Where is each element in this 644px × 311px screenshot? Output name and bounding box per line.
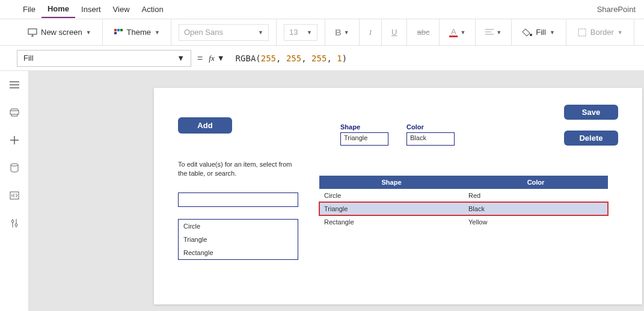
menu-home[interactable]: Home xyxy=(41,1,75,18)
svg-rect-6 xyxy=(114,32,117,34)
formula-arg: 1 xyxy=(337,54,342,63)
shape-listbox[interactable]: Circle Triangle Rectangle xyxy=(178,219,298,260)
insert-icon[interactable] xyxy=(9,135,20,146)
table-cell: Red xyxy=(464,189,608,202)
tree-view-icon[interactable] xyxy=(9,107,20,118)
svg-point-24 xyxy=(15,224,17,226)
app-canvas: Add Shape Triangle Color Black Save Dele… xyxy=(154,88,642,304)
color-field-label: Color xyxy=(406,123,455,131)
chevron-down-icon: ▼ xyxy=(155,29,160,35)
svg-rect-3 xyxy=(114,29,117,31)
font-size-select[interactable]: 13 ▼ xyxy=(284,24,317,41)
table-cell: Black xyxy=(464,202,608,215)
tools-icon[interactable] xyxy=(9,218,20,229)
new-screen-button[interactable]: New screen ▼ xyxy=(24,25,95,40)
fill-label: Fill xyxy=(536,28,546,37)
fx-button[interactable]: fx ▼ xyxy=(209,54,224,63)
table-header: Shape Color xyxy=(319,176,608,189)
color-field: Color Black xyxy=(406,123,455,146)
screen-icon xyxy=(28,28,37,37)
svg-point-19 xyxy=(11,164,18,166)
border-button[interactable]: Border ▼ xyxy=(574,25,627,40)
menu-action[interactable]: Action xyxy=(136,1,170,17)
svg-rect-4 xyxy=(117,29,120,31)
bucket-icon xyxy=(523,28,532,37)
font-size-value: 13 xyxy=(289,28,298,37)
svg-rect-5 xyxy=(120,29,123,31)
canvas-area[interactable]: Add Shape Triangle Color Black Save Dele… xyxy=(29,71,644,311)
strikethrough-button[interactable]: abc xyxy=(414,26,432,38)
table-cell: Circle xyxy=(319,189,464,202)
table-row[interactable]: Triangle Black xyxy=(319,202,608,215)
search-input[interactable] xyxy=(178,192,298,207)
font-family-select[interactable]: Open Sans ▼ xyxy=(179,24,269,41)
new-screen-label: New screen xyxy=(41,28,82,37)
ribbon: New screen ▼ Theme ▼ Open Sans ▼ 13 ▼ B▼… xyxy=(0,19,644,46)
svg-point-21 xyxy=(11,220,14,223)
list-item[interactable]: Circle xyxy=(179,220,298,233)
menu-insert[interactable]: Insert xyxy=(75,1,107,17)
formula-fn: RGBA xyxy=(236,54,256,63)
color-input[interactable]: Black xyxy=(406,132,455,146)
formula-bar: Fill ▼ = fx ▼ RGBA(255, 255, 255, 1) xyxy=(0,46,644,71)
delete-button[interactable]: Delete xyxy=(564,131,618,146)
list-item[interactable]: Rectangle xyxy=(179,246,298,259)
formula-input[interactable]: RGBA(255, 255, 255, 1) xyxy=(231,51,637,66)
align-button[interactable]: ▼ xyxy=(483,28,504,37)
formula-arg: 255 xyxy=(311,54,327,63)
table-row[interactable]: Circle Red xyxy=(319,189,608,202)
table-header-color: Color xyxy=(464,176,608,189)
data-icon[interactable] xyxy=(9,162,20,173)
list-item[interactable]: Triangle xyxy=(179,233,298,246)
theme-button[interactable]: Theme ▼ xyxy=(110,25,164,40)
chevron-down-icon: ▼ xyxy=(307,29,312,35)
border-icon xyxy=(577,28,587,37)
shape-input[interactable]: Triangle xyxy=(340,132,388,146)
property-select[interactable]: Fill ▼ xyxy=(17,50,191,67)
data-source-label: SharePoint xyxy=(597,5,638,14)
media-icon[interactable] xyxy=(9,190,20,201)
bold-button[interactable]: B▼ xyxy=(333,26,352,38)
equals-label: = xyxy=(197,53,203,64)
svg-rect-11 xyxy=(578,29,586,36)
shape-field-label: Shape xyxy=(340,123,388,131)
theme-label: Theme xyxy=(127,28,151,37)
font-family-value: Open Sans xyxy=(184,28,223,37)
left-rail xyxy=(0,71,29,311)
hint-text: To edit value(s) for an item, select fro… xyxy=(178,160,292,178)
font-color-icon: A xyxy=(449,28,458,37)
property-value: Fill xyxy=(23,54,34,63)
table-cell: Rectangle xyxy=(319,215,464,229)
fill-button[interactable]: Fill ▼ xyxy=(519,25,559,40)
fx-label: fx xyxy=(209,54,214,63)
align-icon xyxy=(485,29,494,36)
chevron-down-icon: ▼ xyxy=(86,29,91,35)
chevron-down-icon: ▼ xyxy=(217,54,225,63)
theme-icon xyxy=(114,28,123,37)
chevron-down-icon: ▼ xyxy=(618,29,623,35)
work-area: Add Shape Triangle Color Black Save Dele… xyxy=(0,71,644,311)
menu-file[interactable]: File xyxy=(17,1,41,17)
table-header-shape: Shape xyxy=(319,176,464,189)
reorder-button[interactable]: Reorde xyxy=(642,25,644,40)
table-row[interactable]: Rectangle Yellow xyxy=(319,215,608,229)
svg-rect-0 xyxy=(28,29,37,34)
chevron-down-icon: ▼ xyxy=(258,29,263,35)
add-button[interactable]: Add xyxy=(178,117,232,134)
formula-arg: 255 xyxy=(286,54,301,63)
save-button[interactable]: Save xyxy=(564,105,618,120)
shape-field: Shape Triangle xyxy=(340,123,388,146)
data-table: Shape Color Circle Red Triangle Black Re… xyxy=(319,176,608,229)
underline-button[interactable]: U xyxy=(389,26,399,38)
hamburger-icon[interactable] xyxy=(9,79,20,90)
svg-point-10 xyxy=(530,34,532,36)
menu-bar: File Home Insert View Action SharePoint xyxy=(0,0,644,19)
chevron-down-icon: ▼ xyxy=(550,29,555,35)
border-label: Border xyxy=(590,28,614,37)
chevron-down-icon: ▼ xyxy=(177,54,185,63)
formula-arg: 255 xyxy=(261,54,276,63)
italic-button[interactable]: I xyxy=(367,26,374,38)
menu-view[interactable]: View xyxy=(107,1,136,17)
font-color-button[interactable]: A ▼ xyxy=(447,26,468,38)
table-cell: Yellow xyxy=(464,215,608,229)
